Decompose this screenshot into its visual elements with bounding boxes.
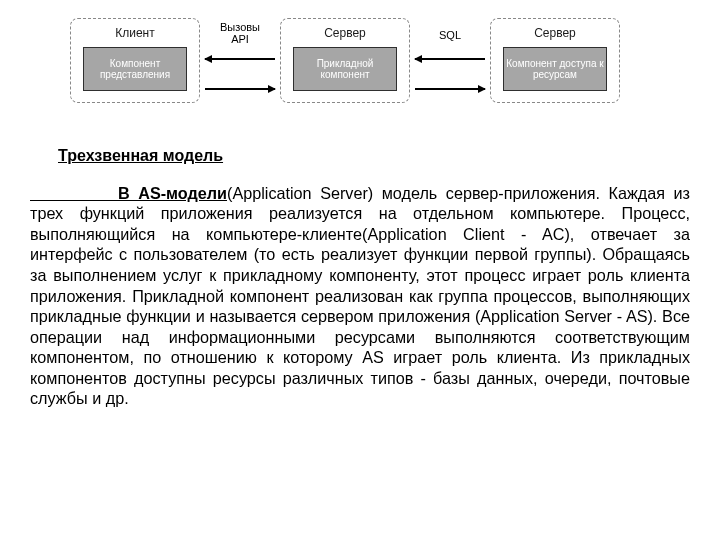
arrow-group-api: Вызовы API <box>205 40 275 90</box>
node-resource-title: Сервер <box>491 25 619 41</box>
node-client-inner: Компонент представления <box>83 47 187 91</box>
arrow-group-sql: SQL <box>415 40 485 90</box>
node-appserver-title: Сервер <box>281 25 409 41</box>
node-resource-inner: Компонент доступа к ресурсам <box>503 47 607 91</box>
node-client-title: Клиент <box>71 25 199 41</box>
three-tier-diagram: Клиент Компонент представления Вызовы AP… <box>30 10 690 120</box>
arrow-label-sql: SQL <box>415 30 485 42</box>
section-heading: Трехзвенная модель <box>30 145 690 167</box>
node-client: Клиент Компонент представления <box>70 18 200 103</box>
body-paragraph: В AS-модели(Application Server) модель с… <box>30 183 690 409</box>
arrow-right-icon <box>205 88 275 90</box>
lead-phrase: В AS-модели <box>118 184 227 202</box>
arrow-left-icon <box>415 58 485 60</box>
node-appserver: Сервер Прикладной компонент <box>280 18 410 103</box>
node-resource: Сервер Компонент доступа к ресурсам <box>490 18 620 103</box>
arrow-left-icon <box>205 58 275 60</box>
body-text-content: (Application Server) модель сервер-прило… <box>30 184 690 408</box>
node-appserver-inner: Прикладной компонент <box>293 47 397 91</box>
indent-underline <box>30 200 118 201</box>
arrow-label-api: Вызовы API <box>205 22 275 45</box>
arrow-right-icon <box>415 88 485 90</box>
